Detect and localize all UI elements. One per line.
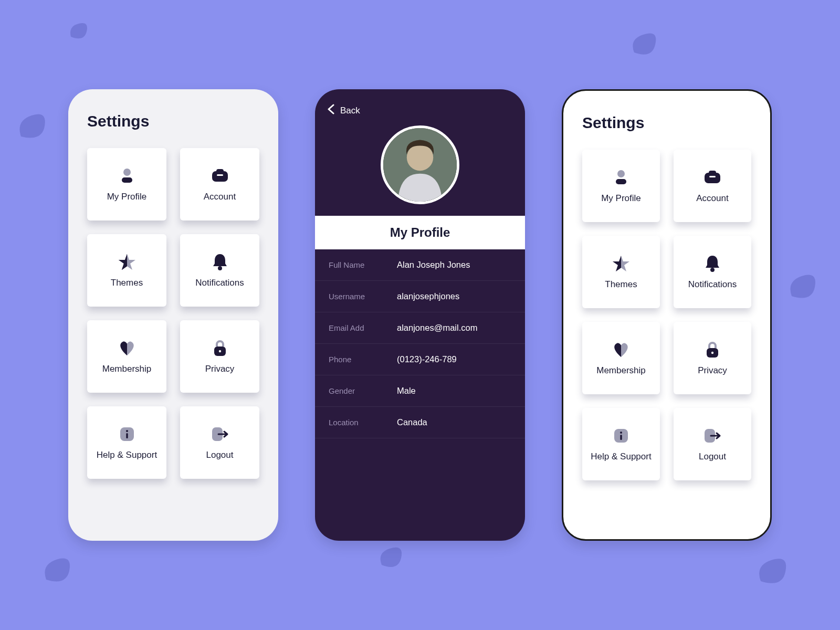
field-username[interactable]: Username alanjosephjones (315, 281, 525, 312)
svg-point-14 (617, 170, 625, 177)
tile-label: Membership (596, 365, 646, 376)
heart-icon (612, 340, 631, 359)
svg-point-13 (407, 144, 433, 171)
tile-privacy[interactable]: Privacy (674, 322, 751, 394)
back-button[interactable]: Back (315, 89, 525, 120)
svg-point-5 (218, 266, 222, 270)
logout-icon (211, 425, 229, 444)
folder-icon (211, 166, 229, 185)
tile-membership[interactable]: Membership (87, 320, 166, 393)
svg-rect-4 (217, 174, 223, 176)
field-value: alanjosephjones (397, 291, 459, 301)
tile-themes[interactable]: Themes (87, 234, 166, 307)
tile-label: Account (204, 192, 236, 202)
tile-logout[interactable]: Logout (180, 406, 259, 479)
tile-label: Privacy (205, 364, 235, 374)
svg-point-19 (710, 268, 715, 272)
page-title: Settings (563, 91, 770, 136)
profile-fields: Full Name Alan Joseph Jones Username ala… (315, 249, 525, 438)
tile-membership[interactable]: Membership (582, 322, 660, 394)
field-label: Gender (329, 386, 397, 395)
tile-notifications[interactable]: Notifications (180, 234, 259, 307)
profile-screen: Back My Profile Full Name Alan Joseph Jo… (315, 89, 525, 541)
field-full-name[interactable]: Full Name Alan Joseph Jones (315, 249, 525, 281)
field-value: Alan Joseph Jones (397, 260, 470, 270)
person-icon (612, 168, 631, 187)
field-phone[interactable]: Phone (0123)-246-789 (315, 344, 525, 375)
svg-rect-24 (620, 435, 622, 440)
field-label: Email Add (329, 323, 397, 332)
svg-point-9 (126, 430, 128, 432)
field-location[interactable]: Location Canada (315, 407, 525, 438)
tile-label: Help & Support (97, 450, 157, 460)
tile-my-profile[interactable]: My Profile (87, 148, 166, 220)
svg-rect-10 (126, 433, 128, 438)
lock-icon (703, 340, 722, 359)
settings-screen-outline: Settings My Profile Account Themes (562, 89, 772, 541)
tile-label: Help & Support (591, 452, 651, 462)
avatar-container (315, 120, 525, 216)
bell-icon (211, 253, 229, 271)
svg-rect-15 (616, 179, 626, 184)
star-icon (118, 253, 136, 271)
field-value: alanjones@mail.com (397, 323, 477, 333)
star-icon (612, 254, 631, 273)
tile-my-profile[interactable]: My Profile (582, 150, 660, 222)
tile-logout[interactable]: Logout (674, 408, 751, 480)
page-title: Settings (68, 89, 278, 134)
tile-label: Notifications (688, 279, 737, 290)
field-email[interactable]: Email Add alanjones@mail.com (315, 312, 525, 344)
heart-icon (118, 339, 136, 358)
chevron-left-icon (327, 104, 336, 117)
person-icon (118, 166, 136, 185)
tile-label: Notifications (195, 278, 244, 288)
tile-label: Logout (699, 452, 726, 462)
svg-rect-3 (216, 169, 224, 173)
settings-screen-light: Settings My Profile Account Themes (68, 89, 278, 541)
tile-label: Privacy (698, 365, 727, 376)
field-value: Canada (397, 417, 427, 427)
tile-account[interactable]: Account (180, 148, 259, 220)
tile-label: Logout (206, 450, 234, 460)
tile-label: Themes (111, 278, 143, 288)
field-label: Location (329, 418, 397, 427)
tile-account[interactable]: Account (674, 150, 751, 222)
back-label: Back (340, 106, 360, 116)
tile-notifications[interactable]: Notifications (674, 236, 751, 308)
settings-grid: My Profile Account Themes Notifications (563, 136, 770, 494)
tile-label: Membership (102, 364, 152, 374)
svg-point-7 (218, 350, 220, 352)
tile-label: My Profile (601, 193, 641, 204)
folder-icon (703, 168, 722, 187)
logout-icon (703, 426, 722, 445)
svg-point-0 (123, 169, 131, 176)
info-icon (118, 425, 136, 444)
tile-label: My Profile (107, 192, 147, 202)
lock-icon (211, 339, 229, 358)
tile-privacy[interactable]: Privacy (180, 320, 259, 393)
tile-label: Account (696, 193, 728, 204)
tile-help-support[interactable]: Help & Support (582, 408, 660, 480)
field-value: (0123)-246-789 (397, 354, 457, 364)
field-value: Male (397, 386, 416, 396)
field-label: Phone (329, 355, 397, 364)
bell-icon (703, 254, 722, 273)
svg-point-23 (620, 432, 622, 434)
field-label: Full Name (329, 260, 397, 269)
field-gender[interactable]: Gender Male (315, 375, 525, 407)
info-icon (612, 426, 631, 445)
svg-rect-17 (709, 171, 716, 175)
avatar[interactable] (381, 125, 459, 204)
tile-themes[interactable]: Themes (582, 236, 660, 308)
tile-label: Themes (605, 279, 637, 290)
field-label: Username (329, 292, 397, 301)
svg-rect-18 (709, 176, 716, 177)
settings-grid: My Profile Account Themes Notifications (68, 134, 278, 492)
svg-point-21 (711, 352, 713, 354)
tile-help-support[interactable]: Help & Support (87, 406, 166, 479)
svg-rect-1 (122, 177, 132, 183)
section-title: My Profile (315, 216, 525, 249)
